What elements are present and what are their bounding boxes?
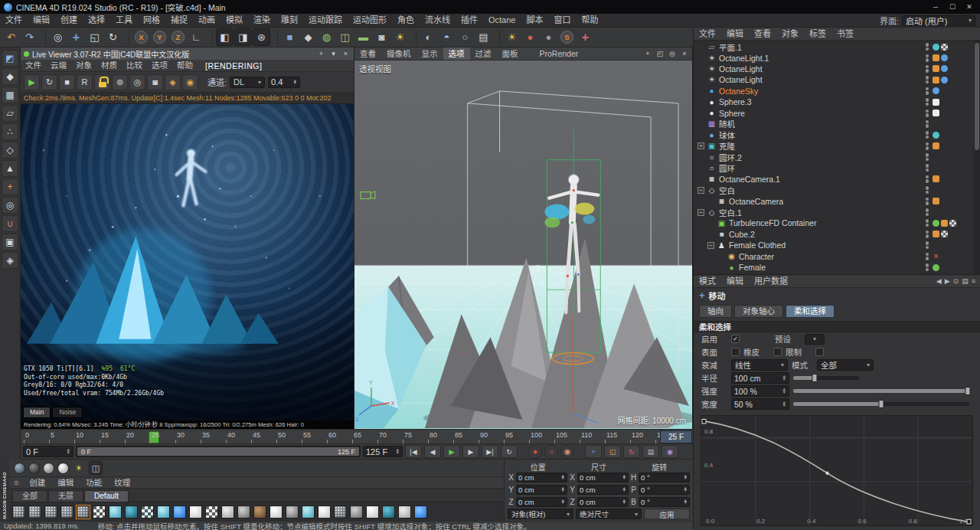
- tag-gr-icon[interactable]: [933, 220, 939, 227]
- menu-item[interactable]: 编辑: [28, 14, 55, 27]
- object-name[interactable]: Character: [739, 252, 774, 261]
- menu-item[interactable]: 捕捉: [165, 14, 193, 27]
- material-thumbnail[interactable]: [189, 505, 202, 519]
- gray-sphere-icon[interactable]: ●: [540, 28, 557, 46]
- material-thumbnail[interactable]: [157, 505, 170, 519]
- object-name[interactable]: 随机: [719, 118, 735, 129]
- visibility-dots[interactable]: [926, 120, 929, 128]
- position-mode-select[interactable]: 对象(相对)▾: [508, 509, 573, 519]
- falloff-curve-editor[interactable]: 0.8 0.4 0.0 0.2 0.4 0.6 0.8 1.0: [701, 415, 973, 526]
- menu-item[interactable]: 插件: [456, 14, 483, 27]
- next-frame-button[interactable]: ▶: [462, 445, 479, 458]
- eraser-checkbox[interactable]: [773, 348, 782, 356]
- material-thumbnail[interactable]: [350, 505, 363, 519]
- move-tool-icon[interactable]: +: [67, 28, 85, 46]
- object-row[interactable]: 圆环.2: [694, 152, 980, 162]
- tag-ck-icon[interactable]: [949, 220, 956, 227]
- maximize-view-icon[interactable]: ◰: [655, 50, 665, 57]
- object-row[interactable]: 随机: [694, 119, 980, 129]
- stepper-icon[interactable]: [561, 475, 565, 480]
- limit-checkbox[interactable]: [815, 348, 824, 356]
- stepper-icon[interactable]: [782, 375, 786, 381]
- material-thumbnail[interactable]: [286, 505, 299, 519]
- material-thumbnail[interactable]: [253, 505, 266, 519]
- object-name[interactable]: OctaneLight: [719, 64, 763, 74]
- visibility-dots[interactable]: [926, 87, 929, 95]
- live-viewer-menu-item[interactable]: 比较: [122, 60, 147, 71]
- live-viewer-menu-item[interactable]: 材质: [96, 60, 122, 71]
- stepper-icon[interactable]: [622, 475, 626, 480]
- material-ball-dark-icon[interactable]: [14, 463, 25, 474]
- redo-icon[interactable]: ↷: [21, 28, 38, 46]
- object-row[interactable]: OctaneSky: [694, 86, 980, 97]
- viewport-menu-item[interactable]: 查看: [354, 47, 381, 60]
- object-manager-menu-item[interactable]: 标签: [804, 28, 831, 40]
- material-thumbnail[interactable]: [173, 505, 186, 519]
- samples-field[interactable]: 0.4: [268, 77, 300, 88]
- prev-frame-button[interactable]: ◀: [424, 445, 441, 458]
- material-ball-light-icon[interactable]: [43, 463, 54, 474]
- object-manager-menu-item[interactable]: 编辑: [721, 28, 749, 40]
- live-selection-icon[interactable]: ◎: [49, 28, 67, 46]
- object-name[interactable]: TurbulenceFD Container: [729, 218, 817, 227]
- object-name[interactable]: OctaneSky: [719, 87, 758, 96]
- object-name[interactable]: 圆环.2: [719, 152, 742, 163]
- material-thumbnail[interactable]: [237, 505, 250, 519]
- object-name[interactable]: 平面.1: [719, 41, 742, 53]
- strength-field[interactable]: 100 %: [731, 385, 789, 397]
- menu-item[interactable]: 角色: [392, 14, 420, 27]
- material-tab[interactable]: Default: [84, 490, 129, 502]
- stepper-icon[interactable]: [561, 487, 565, 492]
- position-field[interactable]: 0 cm: [516, 497, 567, 507]
- points-mode-icon[interactable]: ∴: [2, 123, 18, 140]
- add-cube-icon[interactable]: ■: [281, 28, 299, 46]
- size-mode-select[interactable]: 绝对尺寸▾: [576, 509, 642, 519]
- object-row[interactable]: Sphere.3: [694, 97, 980, 107]
- object-name[interactable]: 克隆: [719, 140, 735, 152]
- record-parameter-toggle[interactable]: ▤: [642, 445, 659, 458]
- stepper-icon[interactable]: [684, 475, 688, 480]
- stepper-icon[interactable]: [622, 487, 626, 492]
- add-floor-icon[interactable]: ▬: [354, 28, 372, 46]
- object-name[interactable]: 球体: [719, 129, 735, 141]
- rotation-field[interactable]: 0 °: [639, 497, 690, 507]
- display-box-icon[interactable]: ○: [456, 28, 474, 46]
- close-view-icon[interactable]: ×: [679, 50, 690, 57]
- material-thumbnail[interactable]: [77, 505, 90, 519]
- close-panel-icon[interactable]: ×: [341, 50, 351, 57]
- object-row[interactable]: 球体: [694, 129, 980, 140]
- viewport-menu-item[interactable]: 选项: [443, 47, 470, 60]
- render-picture-viewer-icon[interactable]: ◨: [234, 28, 252, 46]
- material-thumbnail[interactable]: [28, 505, 41, 519]
- object-name[interactable]: Sphere.3: [719, 97, 752, 106]
- lock-z-icon[interactable]: Z: [169, 28, 187, 46]
- viewport-menu-item[interactable]: 显示: [416, 47, 443, 60]
- object-name[interactable]: 空白.1: [719, 207, 742, 218]
- scale-tool-icon[interactable]: ◱: [86, 28, 103, 46]
- object-row[interactable]: 圆环: [694, 162, 980, 173]
- am-burger-icon[interactable]: ≡: [972, 277, 975, 285]
- tag-cy-icon[interactable]: [933, 44, 939, 51]
- tag-bl-icon[interactable]: [941, 65, 948, 72]
- tag-cy-icon[interactable]: [933, 132, 939, 139]
- tab-noise-pass[interactable]: Noise: [52, 407, 83, 418]
- autokey-button[interactable]: ○: [544, 445, 558, 459]
- maximize-button[interactable]: ☐: [944, 3, 961, 11]
- attribute-menu-item[interactable]: 编辑: [721, 275, 749, 287]
- material-ball-shadow-icon[interactable]: [28, 463, 40, 474]
- visibility-dots[interactable]: [926, 208, 929, 216]
- coord-system-icon[interactable]: ∟: [188, 28, 205, 46]
- enable-checkbox[interactable]: [731, 335, 740, 343]
- record-position-toggle[interactable]: +: [585, 445, 602, 458]
- tag-wh-icon[interactable]: [933, 99, 939, 106]
- strength-slider[interactable]: [793, 389, 969, 393]
- close-button[interactable]: ✕: [961, 3, 978, 11]
- stepper-icon[interactable]: [622, 499, 626, 505]
- tag-bl-icon[interactable]: [933, 87, 939, 94]
- radius-field[interactable]: 100 cm: [731, 372, 789, 384]
- material-thumbnail[interactable]: [93, 505, 106, 519]
- visibility-dots[interactable]: [926, 219, 929, 227]
- visibility-dots[interactable]: [926, 198, 929, 205]
- viewport-3d-scene[interactable]: X Y Z 透视视图 网格间距: 10000 cm: [354, 61, 692, 429]
- section-header[interactable]: 柔和选择: [694, 321, 980, 332]
